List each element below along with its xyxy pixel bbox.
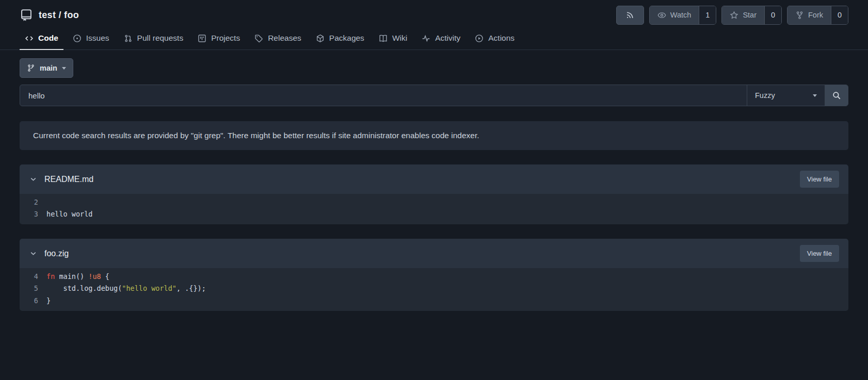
- branch-selector-button[interactable]: main: [20, 58, 73, 78]
- line-content: std.log.debug("hello world", .{});: [46, 284, 206, 292]
- fork-label: Fork: [808, 11, 823, 19]
- star-count[interactable]: 0: [764, 6, 781, 24]
- tab-projects[interactable]: Projects: [192, 27, 245, 50]
- chevron-down-icon: [813, 94, 817, 97]
- star-button-group: Star 0: [721, 6, 782, 25]
- line-number[interactable]: 3: [20, 210, 46, 218]
- fork-count[interactable]: 0: [831, 6, 848, 24]
- tab-label: Releases: [268, 34, 301, 43]
- line-number[interactable]: 6: [20, 296, 46, 305]
- repo-title[interactable]: test / foo: [39, 10, 79, 21]
- tab-label: Projects: [211, 34, 240, 43]
- code-line: 5 std.log.debug("hello world", .{});: [20, 283, 848, 295]
- tab-packages[interactable]: Packages: [311, 27, 369, 50]
- repo-tabs-bar: Code Issues Pull requests: [0, 27, 868, 50]
- repo-header: test / foo Watch 1: [0, 0, 868, 27]
- watch-count[interactable]: 1: [699, 6, 716, 24]
- issue-opened-icon: [73, 34, 82, 43]
- eye-icon: [657, 11, 666, 20]
- git-branch-icon: [27, 64, 35, 72]
- result-header: README.md View file: [20, 164, 848, 194]
- fork-icon: [795, 11, 804, 20]
- repo-icon: [20, 8, 33, 22]
- tab-label: Issues: [86, 34, 109, 43]
- tab-activity[interactable]: Activity: [416, 27, 465, 50]
- search-result-readme: README.md View file 23hello world: [20, 164, 848, 224]
- result-header: foo.zig View file: [20, 239, 848, 268]
- search-input[interactable]: [20, 85, 747, 106]
- fork-button-group: Fork 0: [787, 6, 848, 25]
- tab-label: Pull requests: [137, 34, 184, 43]
- tab-label: Actions: [488, 34, 515, 43]
- line-number[interactable]: 2: [20, 198, 46, 206]
- search-notice: Current code search results are provided…: [20, 121, 848, 150]
- line-number[interactable]: 5: [20, 284, 46, 292]
- tab-issues[interactable]: Issues: [68, 27, 115, 50]
- star-icon: [730, 11, 738, 20]
- search-result-foozig: foo.zig View file 4fn main() !u8 {5 std.…: [20, 239, 848, 311]
- rss-icon: [625, 11, 634, 20]
- tab-label: Activity: [435, 34, 460, 43]
- rss-button[interactable]: [616, 6, 644, 25]
- search-mode-value: Fuzzy: [755, 91, 775, 100]
- search-button[interactable]: [825, 85, 848, 106]
- package-icon: [316, 34, 325, 43]
- pulse-icon: [422, 34, 430, 43]
- search-mode-dropdown[interactable]: Fuzzy: [747, 85, 825, 106]
- code-preview: 23hello world: [20, 194, 848, 224]
- view-file-button[interactable]: View file: [800, 245, 839, 262]
- star-label: Star: [743, 11, 757, 19]
- tab-releases[interactable]: Releases: [249, 27, 307, 50]
- tag-icon: [254, 34, 263, 43]
- code-preview: 4fn main() !u8 {5 std.log.debug("hello w…: [20, 268, 848, 311]
- code-icon: [25, 34, 34, 43]
- tab-label: Wiki: [392, 34, 407, 43]
- code-line: 3hello world: [20, 208, 848, 221]
- code-line: 6}: [20, 294, 848, 307]
- tab-wiki[interactable]: Wiki: [374, 27, 412, 50]
- chevron-down-icon: [62, 67, 66, 70]
- tab-pull-requests[interactable]: Pull requests: [119, 27, 189, 50]
- tab-actions[interactable]: Actions: [470, 27, 520, 50]
- project-icon: [198, 34, 206, 43]
- line-number[interactable]: 4: [20, 272, 46, 280]
- chevron-down-icon[interactable]: [29, 175, 38, 184]
- code-line: 4fn main() !u8 {: [20, 270, 848, 283]
- star-button[interactable]: Star: [722, 6, 764, 24]
- line-content: fn main() !u8 {: [46, 272, 109, 280]
- book-icon: [379, 34, 388, 43]
- line-content: hello world: [46, 210, 92, 218]
- search-icon: [832, 91, 841, 100]
- result-filename[interactable]: README.md: [44, 175, 93, 184]
- repo-actions: Watch 1 Star 0: [616, 6, 848, 25]
- watch-button-group: Watch 1: [649, 6, 717, 25]
- view-file-button[interactable]: View file: [800, 171, 839, 188]
- code-search-bar: Fuzzy: [20, 85, 848, 106]
- fork-button[interactable]: Fork: [787, 6, 831, 24]
- branch-name: main: [40, 64, 57, 72]
- play-circle-icon: [475, 34, 484, 43]
- result-filename[interactable]: foo.zig: [44, 249, 69, 258]
- tab-code[interactable]: Code: [20, 27, 63, 50]
- chevron-down-icon[interactable]: [29, 249, 38, 258]
- git-pull-request-icon: [124, 34, 133, 43]
- watch-label: Watch: [670, 11, 692, 19]
- tab-label: Code: [38, 34, 58, 43]
- line-content: }: [46, 296, 51, 305]
- code-line: 2: [20, 196, 848, 208]
- watch-button[interactable]: Watch: [650, 6, 699, 24]
- tab-label: Packages: [329, 34, 364, 43]
